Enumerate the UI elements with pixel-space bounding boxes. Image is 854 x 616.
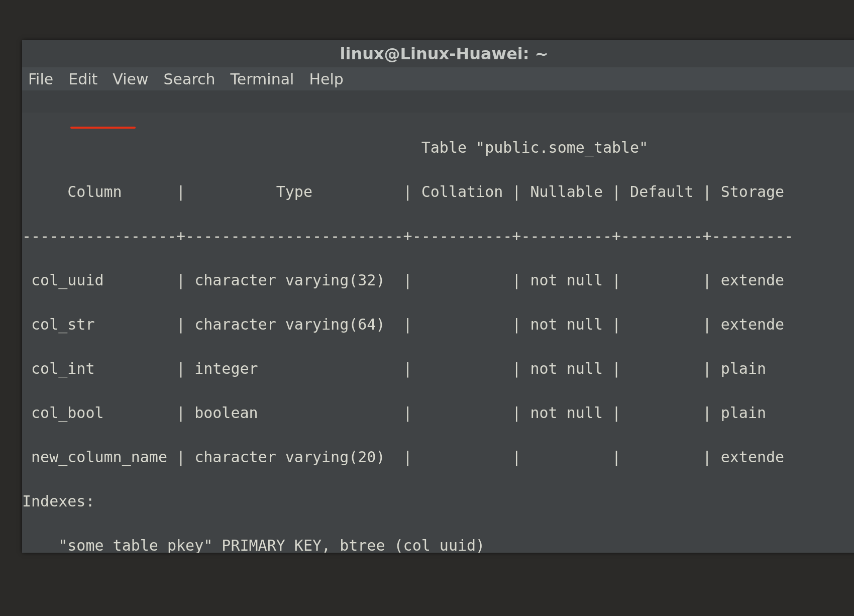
table-row: col_bool | boolean | | not null | | plai… bbox=[22, 402, 854, 424]
menu-edit[interactable]: Edit bbox=[68, 70, 97, 88]
menu-file[interactable]: File bbox=[28, 70, 53, 88]
table-row: col_int | integer | | not null | | plain bbox=[22, 358, 854, 380]
terminal-window: linux@Linux-Huawei: ~ File Edit View Sea… bbox=[22, 40, 854, 553]
table-row: col_str | character varying(64) | | not … bbox=[22, 314, 854, 336]
terminal-content[interactable]: Table "public.some_table" Column | Type … bbox=[22, 90, 854, 553]
index-line: "some_table_pkey" PRIMARY KEY, btree (co… bbox=[22, 535, 854, 553]
psql-output-block: Table "public.some_table" Column | Type … bbox=[22, 113, 854, 553]
menu-terminal[interactable]: Terminal bbox=[231, 70, 294, 88]
table-row: col_uuid | character varying(32) | | not… bbox=[22, 269, 854, 291]
table-row: new_column_name | character varying(20) … bbox=[22, 446, 854, 468]
menu-view[interactable]: View bbox=[113, 70, 148, 88]
menu-search[interactable]: Search bbox=[164, 70, 216, 88]
table-title: Table "public.some_table" bbox=[22, 137, 854, 159]
menu-help[interactable]: Help bbox=[309, 70, 343, 88]
titlebar: linux@Linux-Huawei: ~ bbox=[22, 40, 854, 67]
column-header-underline bbox=[70, 127, 136, 129]
table-separator: -----------------+----------------------… bbox=[22, 225, 854, 247]
table-header: Column | Type | Collation | Nullable | D… bbox=[22, 181, 854, 203]
indexes-label: Indexes: bbox=[22, 490, 854, 512]
menubar: File Edit View Search Terminal Help bbox=[22, 67, 854, 90]
window-title: linux@Linux-Huawei: ~ bbox=[340, 44, 548, 63]
